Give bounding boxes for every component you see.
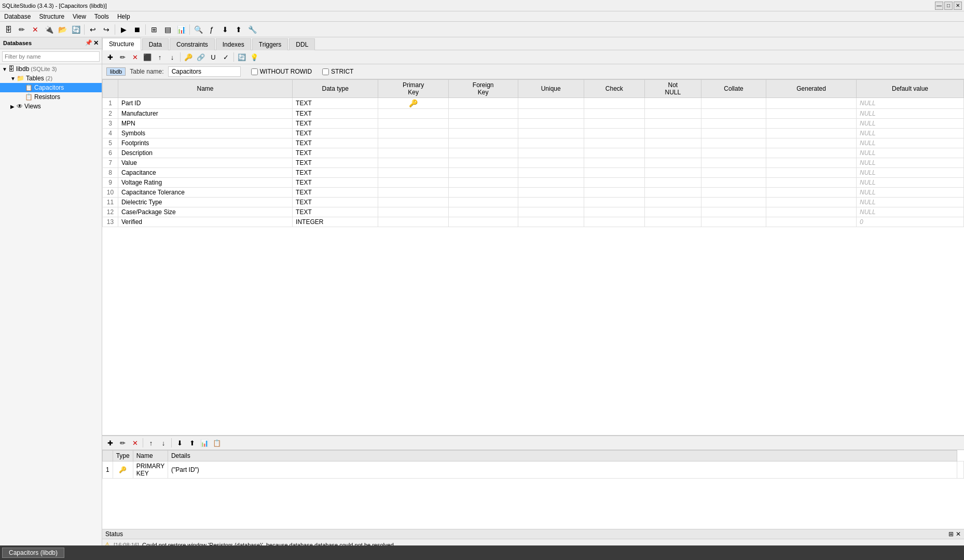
table-row[interactable]: 5 Footprints TEXT NULL (103, 138, 964, 148)
bottom-table-row[interactable]: 1 🔑 PRIMARY KEY ("Part ID") (103, 461, 964, 479)
menu-view[interactable]: View (68, 12, 90, 21)
toolbar-edit[interactable]: ✏ (16, 23, 28, 36)
toolbar-form[interactable]: ▤ (161, 23, 174, 36)
ct-refresh[interactable]: 🔄 (236, 51, 247, 63)
maximize-button[interactable]: □ (944, 2, 953, 10)
tab-structure[interactable]: Structure (102, 38, 141, 50)
table-row[interactable]: 2 Manufacturer TEXT NULL (103, 109, 964, 119)
ct-move-down[interactable]: ↓ (167, 51, 178, 63)
menu-database[interactable]: Database (0, 12, 35, 21)
table-row[interactable]: 1 Part ID TEXT 🔑 NULL (103, 98, 964, 109)
bp-format[interactable]: 📋 (211, 437, 223, 449)
row-generated (766, 217, 857, 227)
ct-add-column[interactable]: ✚ (104, 51, 116, 63)
tab-ddl[interactable]: DDL (289, 38, 315, 50)
table-row[interactable]: 6 Description TEXT NULL (103, 148, 964, 158)
menu-help[interactable]: Help (113, 12, 134, 21)
ct-edit-column[interactable]: ✏ (117, 51, 128, 63)
toolbar-search[interactable]: 🔍 (192, 23, 204, 36)
taskbar: Capacitors (libdb) (0, 545, 964, 560)
row-generated (766, 129, 857, 138)
bp-chart[interactable]: 📊 (199, 437, 210, 449)
taskbar-item-capacitors[interactable]: Capacitors (libdb) (2, 548, 64, 558)
content-toolbar: ✚ ✏ ✕ ⬛ ↑ ↓ 🔑 🔗 U ✓ 🔄 💡 (102, 50, 964, 64)
tree-label-resistors: Resistors (34, 93, 60, 101)
row-pk (378, 119, 448, 129)
sidebar-pin-icon[interactable]: 📌 (85, 39, 92, 47)
strict-checkbox[interactable] (322, 68, 329, 75)
row-notnull (644, 109, 701, 119)
menu-structure[interactable]: Structure (35, 12, 68, 21)
sidebar-item-tables[interactable]: ▼ 📁 Tables (2) (0, 74, 102, 83)
menu-tools[interactable]: Tools (90, 12, 113, 21)
row-pk: 🔑 (378, 98, 448, 109)
ct-check[interactable]: ✓ (220, 51, 231, 63)
table-row[interactable]: 9 Voltage Rating TEXT NULL (103, 178, 964, 188)
toolbar-execute[interactable]: ▶ (117, 23, 130, 36)
toolbar-stop[interactable]: ⏹ (131, 23, 143, 36)
ct-fk[interactable]: 🔗 (195, 51, 206, 63)
table-row[interactable]: 4 Symbols TEXT NULL (103, 129, 964, 138)
row-fk (448, 158, 518, 168)
status-close-icon[interactable]: ✕ (956, 530, 961, 538)
ct-move-up[interactable]: ↑ (154, 51, 166, 63)
tab-constraints[interactable]: Constraints (170, 38, 215, 50)
row-num: 3 (103, 119, 118, 129)
bp-add[interactable]: ✚ (104, 437, 116, 449)
table-row[interactable]: 3 MPN TEXT NULL (103, 119, 964, 129)
sidebar-item-libdb[interactable]: ▼ 🗄 libdb (SQLite 3) (0, 64, 102, 74)
table-row[interactable]: 12 Case/Package Size TEXT NULL (103, 207, 964, 217)
toolbar-delete[interactable]: ✕ (29, 23, 42, 36)
row-unique (518, 188, 584, 198)
bp-down[interactable]: ↓ (158, 437, 169, 449)
toolbar-grid[interactable]: ⊞ (148, 23, 160, 36)
bp-delete[interactable]: ✕ (129, 437, 141, 449)
sidebar-item-views[interactable]: ▶ 👁 Views (0, 102, 102, 111)
minimize-button[interactable]: — (935, 2, 943, 10)
sidebar-item-resistors[interactable]: 📋 Resistors (0, 92, 102, 102)
toolbar-extra1[interactable]: 🔧 (246, 23, 258, 36)
toolbar-import[interactable]: ⬇ (219, 23, 231, 36)
bp-edit[interactable]: ✏ (117, 437, 128, 449)
bp-up[interactable]: ↑ (145, 437, 157, 449)
ct-hint[interactable]: 💡 (249, 51, 260, 63)
row-collate (701, 138, 766, 148)
row-pk (378, 178, 448, 188)
table-row[interactable]: 10 Capacitance Tolerance TEXT NULL (103, 188, 964, 198)
bp-export[interactable]: ⬆ (186, 437, 198, 449)
toolbar-export[interactable]: ⬆ (232, 23, 245, 36)
ct-unique[interactable]: U (208, 51, 219, 63)
status-expand-icon[interactable]: ⊞ (948, 530, 954, 538)
toolbar-undo[interactable]: ↩ (87, 23, 99, 36)
sidebar-close-icon[interactable]: ✕ (93, 39, 99, 47)
tab-data[interactable]: Data (142, 38, 169, 50)
toolbar-redo[interactable]: ↪ (100, 23, 113, 36)
filter-input[interactable] (2, 51, 100, 62)
toolbar-connect[interactable]: 🔌 (43, 23, 55, 36)
bp-import[interactable]: ⬇ (174, 437, 185, 449)
without-rowid-checkbox[interactable] (251, 68, 258, 75)
toolbar-function[interactable]: ƒ (205, 23, 218, 36)
table-name-input[interactable] (168, 66, 241, 77)
table-row[interactable]: 11 Dielectric Type TEXT NULL (103, 198, 964, 207)
row-fk (448, 217, 518, 227)
ct-insert-before[interactable]: ⬛ (142, 51, 153, 63)
toolbar-refresh[interactable]: 🔄 (70, 23, 82, 36)
toolbar-new-db[interactable]: 🗄 (2, 23, 15, 36)
table-row[interactable]: 8 Capacitance TEXT NULL (103, 168, 964, 178)
tab-triggers[interactable]: Triggers (252, 38, 288, 50)
sidebar-item-capacitors[interactable]: 📋 Capacitors (0, 83, 102, 92)
toolbar-chart[interactable]: 📊 (175, 23, 187, 36)
row-default: NULL (856, 178, 963, 188)
col-header-datatype: Data type (293, 80, 378, 98)
tab-indexes[interactable]: Indexes (216, 38, 251, 50)
ct-pk[interactable]: 🔑 (183, 51, 194, 63)
ct-delete-column[interactable]: ✕ (129, 51, 141, 63)
table-row[interactable]: 13 Verified INTEGER 0 (103, 217, 964, 227)
toolbar-open[interactable]: 📂 (56, 23, 68, 36)
table-row[interactable]: 7 Value TEXT NULL (103, 158, 964, 168)
row-collate (701, 198, 766, 207)
close-button[interactable]: ✕ (954, 2, 962, 10)
row-num: 12 (103, 207, 118, 217)
bp-header-num (103, 451, 113, 461)
